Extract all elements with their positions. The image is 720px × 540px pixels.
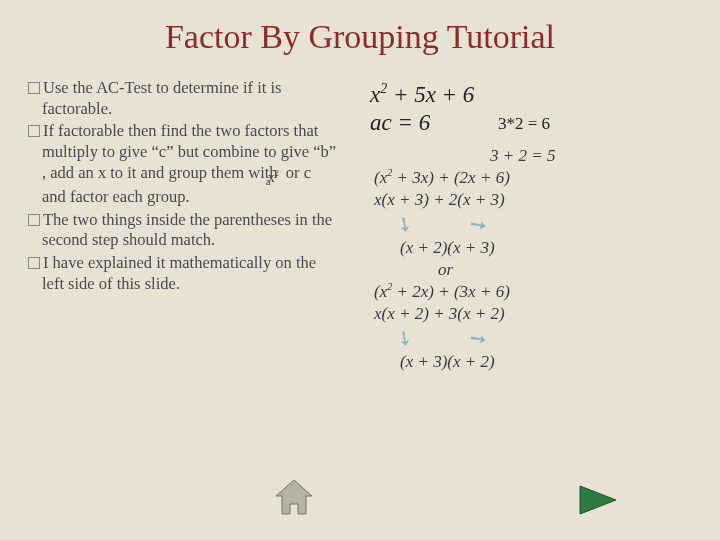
bullet-3-text: The two things inside the parentheses in… (42, 210, 332, 250)
math-panel: x2 + 5x + 6 ac = 6 3*2 = 6 3 + 2 = 5 (x2… (370, 80, 690, 374)
math-h3: (x + 3)(x + 2) (400, 352, 690, 372)
home-button[interactable] (272, 478, 316, 522)
math-ac: ac = 6 (370, 110, 430, 135)
bullet-4: I have explained it mathematically on th… (28, 253, 338, 294)
nav-bar (0, 482, 720, 530)
bullet-4-text: I have explained it mathematically on th… (42, 253, 316, 293)
bullet-list: Use the AC-Test to determine if it is fa… (28, 78, 338, 296)
arrow-down-icon: ➘ (391, 209, 419, 238)
bullet-3: The two things inside the parentheses in… (28, 210, 338, 251)
checkbox-icon (28, 214, 40, 226)
slide: Factor By Grouping Tutorial Use the AC-T… (0, 0, 720, 540)
arrow-down-icon: ➘ (391, 323, 419, 352)
math-expr1: x2 + 5x + 6 (370, 82, 690, 108)
math-g2: x(x + 3) + 2(x + 3) (374, 190, 690, 210)
checkbox-icon (28, 257, 40, 269)
play-icon (576, 482, 624, 518)
math-g1: (x2 + 3x) + (2x + 6) (374, 168, 690, 188)
svg-marker-1 (580, 486, 616, 514)
checkbox-icon (28, 125, 40, 137)
next-button[interactable] (576, 482, 624, 522)
arrow-down-icon: ➘ (464, 323, 492, 352)
math-expr3: 3 + 2 = 5 (490, 146, 690, 166)
svg-marker-0 (276, 480, 312, 514)
bullet-2: If factorable then find the two factors … (28, 121, 338, 208)
math-or: or (438, 260, 690, 280)
home-icon (272, 478, 316, 518)
checkbox-icon (28, 82, 40, 94)
math-h1: (x2 + 2x) + (3x + 6) (374, 282, 690, 302)
bullet-1-text: Use the AC-Test to determine if it is fa… (42, 78, 282, 118)
math-expr2: ac = 6 3*2 = 6 (370, 110, 690, 136)
arrow-row-1: ➘➘ (388, 212, 690, 236)
page-title: Factor By Grouping Tutorial (0, 0, 720, 56)
math-g3: (x + 2)(x + 3) (400, 238, 690, 258)
math-expr2-side: 3*2 = 6 (498, 114, 550, 134)
math-h2: x(x + 2) + 3(x + 2) (374, 304, 690, 324)
bullet-1: Use the AC-Test to determine if it is fa… (28, 78, 338, 119)
arrow-down-icon: ➘ (464, 209, 492, 238)
arrow-row-2: ➘➘ (388, 326, 690, 350)
